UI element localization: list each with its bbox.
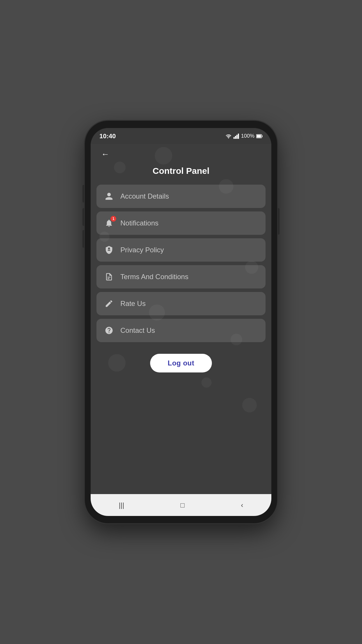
account-details-icon-wrap (103, 190, 115, 202)
menu-item-privacy-policy[interactable]: Privacy Policy (96, 238, 266, 262)
rate-us-label: Rate Us (120, 300, 146, 308)
document-icon (105, 272, 113, 281)
status-bar: 10:40 100% (91, 128, 271, 144)
status-time: 10:40 (99, 132, 116, 140)
nav-bar: ||| □ ‹ (91, 494, 271, 516)
battery-icon (256, 134, 263, 138)
account-details-label: Account Details (120, 192, 169, 200)
contact-us-icon-wrap (103, 324, 115, 337)
nav-recent[interactable]: ||| (119, 501, 124, 509)
menu-item-contact-us[interactable]: Contact Us (96, 319, 266, 342)
wifi-icon (225, 134, 232, 139)
rate-us-icon-wrap (103, 298, 115, 310)
battery-percent: 100% (241, 133, 254, 139)
svg-rect-6 (262, 135, 263, 137)
notifications-icon-wrap: 1 (103, 217, 115, 229)
svg-rect-1 (235, 136, 236, 139)
nav-back[interactable]: ‹ (241, 501, 243, 509)
notification-badge: 1 (110, 216, 116, 222)
svg-rect-2 (236, 135, 238, 139)
back-arrow-icon: ← (101, 150, 109, 159)
notifications-label: Notifications (120, 219, 159, 227)
contact-us-label: Contact Us (120, 326, 155, 335)
menu-list: Account Details 1 Notifications (91, 185, 271, 342)
back-button[interactable]: ← (99, 148, 111, 160)
svg-rect-5 (257, 135, 261, 137)
phone-outer: 10:40 100% (85, 121, 277, 523)
menu-item-rate-us[interactable]: Rate Us (96, 292, 266, 315)
privacy-policy-label: Privacy Policy (120, 246, 164, 254)
svg-rect-0 (233, 137, 235, 139)
menu-item-account-details[interactable]: Account Details (96, 185, 266, 208)
screen-content: ← Control Panel Account Details (91, 144, 271, 494)
shield-icon (105, 246, 113, 254)
terms-conditions-icon-wrap (103, 271, 115, 283)
signal-icon (233, 134, 239, 139)
status-icons: 100% (225, 133, 263, 139)
page-title: Control Panel (99, 166, 263, 176)
header: ← Control Panel (91, 144, 271, 185)
pen-icon (105, 299, 113, 308)
menu-item-terms-conditions[interactable]: Terms And Conditions (96, 265, 266, 288)
question-icon (105, 326, 113, 335)
nav-home[interactable]: □ (180, 501, 185, 509)
person-icon (105, 192, 113, 201)
menu-item-notifications[interactable]: 1 Notifications (96, 211, 266, 235)
terms-conditions-label: Terms And Conditions (120, 273, 188, 281)
svg-rect-3 (238, 134, 239, 139)
privacy-policy-icon-wrap (103, 244, 115, 256)
logout-section: Log out (91, 354, 271, 372)
phone-screen: 10:40 100% (91, 128, 271, 516)
logout-button[interactable]: Log out (150, 354, 212, 372)
